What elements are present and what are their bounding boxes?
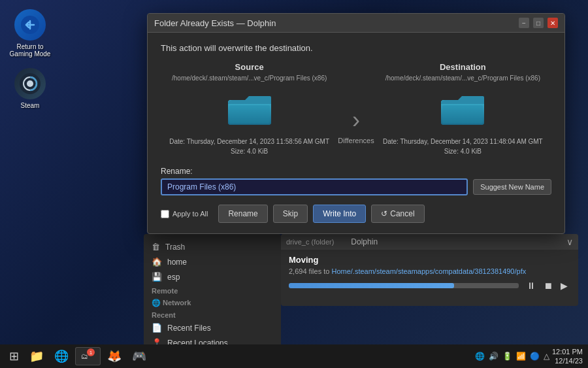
titlebar-controls: − □ ✕	[519, 18, 558, 28]
maximize-button[interactable]: □	[533, 18, 544, 28]
fm-dest-link[interactable]: Home/.steam/steam/steamapps/compatdata/3…	[331, 267, 526, 275]
sidebar-recent-files[interactable]: 📄 Recent Files	[144, 320, 281, 335]
steam-label: Steam	[21, 102, 40, 109]
destination-folder-icon	[436, 88, 489, 130]
taskbar-clock: 12:01 PM 12/14/23	[552, 347, 583, 366]
clock-date: 12/14/23	[552, 356, 583, 365]
svg-rect-9	[442, 105, 483, 124]
dialog-titlebar: Folder Already Exists — Dolphin − □ ✕	[148, 14, 564, 33]
arrow-icon: ›	[352, 93, 360, 134]
fm-chevron-icon[interactable]: ∨	[566, 237, 573, 247]
systray-up-icon[interactable]: △	[544, 352, 549, 361]
fm-stop-button[interactable]: ⏹	[541, 279, 555, 292]
suggest-new-name-button[interactable]: Suggest New Name	[473, 179, 551, 195]
fm-moving-desc: 2,694 files to Home/.steam/steam/steamap…	[289, 267, 570, 275]
return-gaming-label: Return to Gaming Mode	[9, 43, 51, 58]
cancel-button[interactable]: ↺ Cancel	[371, 205, 424, 223]
destination-label: Destination	[440, 62, 486, 72]
recent-section-label: Recent	[144, 309, 281, 320]
destination-column: Destination /home/deck/.steam/steam/...v…	[374, 62, 551, 156]
arrow-column: › Differences	[338, 74, 374, 144]
network-section-label: 🌐 Network	[144, 296, 281, 309]
cancel-icon: ↺	[381, 209, 387, 218]
remote-section-label: Remote	[144, 284, 281, 296]
source-column: Source /home/deck/.steam/steam/...ve_c/P…	[161, 62, 338, 156]
fm-body: Moving 2,694 files to Home/.steam/steam/…	[281, 250, 578, 297]
home-icon: 🏠	[152, 257, 162, 267]
trash-icon: 🗑	[152, 242, 160, 252]
source-date: Date: Thursday, December 14, 2023 11:58:…	[169, 137, 329, 156]
fm-progress-panel: drive_c (folder) Dolphin ∨ Moving 2,694 …	[281, 234, 578, 306]
apply-all-text: Apply to All	[172, 210, 208, 218]
fm-pause-button[interactable]: ⏸	[524, 279, 538, 292]
desktop-icons-container: Return to Gaming Mode Steam	[7, 7, 54, 112]
fm-progress-bar-container	[289, 283, 519, 288]
sidebar-item-esp[interactable]: 💾 esp	[144, 269, 281, 284]
taskbar-firefox-button[interactable]: 🦊	[103, 348, 125, 365]
taskbar-steam-taskbar-button[interactable]: 🎮	[128, 348, 150, 365]
fm-folder-info: drive_c (folder)	[286, 238, 334, 246]
destination-path: /home/deck/.steam/steam/...ve_c/Program …	[385, 75, 540, 82]
taskbar-files-button[interactable]: 📁	[25, 348, 48, 365]
notification-badge: 1	[87, 348, 95, 356]
apply-all-label[interactable]: Apply to All	[161, 210, 208, 218]
dialog-title: Folder Already Exists — Dolphin	[154, 18, 276, 28]
cancel-label: Cancel	[390, 209, 414, 218]
write-into-button[interactable]: Write Into	[313, 205, 366, 223]
sidebar-trash-label: Trash	[165, 243, 185, 252]
fm-title-label: Dolphin	[351, 237, 378, 246]
dialog-columns: Source /home/deck/.steam/steam/...ve_c/P…	[161, 62, 551, 156]
esp-icon: 💾	[152, 272, 162, 282]
systray-network-icon: 🌐	[475, 352, 485, 361]
svg-rect-6	[229, 105, 270, 124]
fm-progress-bar	[289, 283, 454, 288]
folder-exists-dialog: Folder Already Exists — Dolphin − □ ✕ Th…	[147, 13, 565, 234]
systray: 🌐 🔊 🔋 📶 🔵 △	[475, 352, 549, 361]
minimize-button[interactable]: −	[519, 18, 529, 28]
sidebar-esp-label: esp	[167, 273, 180, 282]
desktop: Return to Gaming Mode Steam 🗑 Trash 🏠 ho…	[0, 0, 588, 368]
source-folder-icon	[223, 88, 276, 130]
dialog-body: This action will overwrite the destinati…	[148, 33, 564, 233]
sidebar-home-label: home	[167, 258, 187, 267]
source-path: /home/deck/.steam/steam/...ve_c/Program …	[172, 75, 327, 82]
systray-bluetooth-icon: 🔵	[530, 352, 540, 361]
taskbar: ⊞ 📁 🌐 🗂 1 🦊 🎮 🌐 🔊 🔋 📶 🔵 △ 12:01 PM 12/14…	[0, 344, 588, 368]
fm-moving-title: Moving	[289, 255, 570, 265]
systray-volume-icon: 🔊	[489, 352, 498, 361]
recent-files-label: Recent Files	[167, 324, 211, 333]
close-button[interactable]: ✕	[547, 18, 558, 28]
rename-section: Rename: Suggest New Name	[161, 167, 551, 195]
recent-files-icon: 📄	[152, 323, 162, 333]
systray-battery-icon: 🔋	[502, 352, 512, 361]
destination-date: Date: Thursday, December 14, 2023 11:48:…	[383, 137, 543, 156]
taskbar-menu-button[interactable]: ⊞	[5, 348, 23, 365]
return-gaming-img	[14, 9, 46, 41]
fm-next-button[interactable]: ▶	[558, 279, 570, 292]
sidebar-panel: 🗑 Trash 🏠 home 💾 esp Remote 🌐 Network Re…	[144, 234, 281, 348]
rename-input[interactable]	[161, 178, 468, 195]
fm-header-title: drive_c (folder) Dolphin	[286, 237, 378, 246]
dialog-warning-text: This action will overwrite the destinati…	[161, 43, 551, 53]
action-row: Apply to All Rename Skip Write Into ↺ Ca…	[161, 205, 551, 223]
taskbar-browser-button[interactable]: 🌐	[50, 348, 73, 365]
clock-time: 12:01 PM	[552, 347, 583, 356]
sidebar-item-home[interactable]: 🏠 home	[144, 254, 281, 269]
apply-all-checkbox[interactable]	[161, 210, 169, 218]
steam-desktop-icon[interactable]: Steam	[7, 65, 54, 112]
source-label: Source	[235, 62, 264, 72]
taskbar-dolphin-button[interactable]: 🗂 1	[75, 347, 101, 365]
systray-wifi-icon: 📶	[516, 352, 526, 361]
steam-img	[14, 68, 46, 99]
notification-wrap: 1	[91, 352, 95, 360]
rename-label: Rename:	[161, 167, 551, 176]
sidebar-item-trash[interactable]: 🗑 Trash	[144, 239, 281, 254]
svg-point-3	[27, 80, 33, 87]
rename-row: Suggest New Name	[161, 178, 551, 195]
skip-button[interactable]: Skip	[273, 205, 308, 223]
rename-button[interactable]: Rename	[218, 205, 267, 223]
return-to-gaming-icon[interactable]: Return to Gaming Mode	[7, 7, 54, 60]
differences-label: Differences	[338, 137, 374, 144]
fm-header: drive_c (folder) Dolphin ∨	[281, 234, 578, 250]
